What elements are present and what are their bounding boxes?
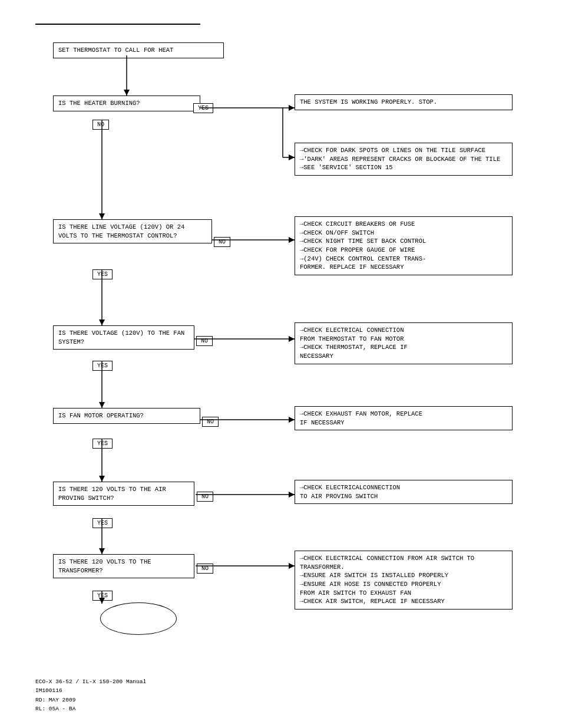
no6-label: NO (197, 564, 213, 574)
r6-box: →CHECK ELECTRICAL CONNECTION FROM AIR SW… (295, 551, 513, 610)
q1-box: IS THE HEATER BURNING? (53, 95, 200, 111)
footer-line4: RL: 05A - BA (35, 704, 146, 713)
footer-line1: ECO-X 36-52 / IL-X 150-200 Manual (35, 677, 146, 686)
yes4-label: YES (92, 439, 113, 449)
no2-label: NO (214, 237, 230, 247)
svg-marker-21 (99, 476, 105, 482)
terminal-oval (100, 602, 177, 635)
svg-marker-13 (99, 319, 105, 325)
svg-marker-25 (99, 548, 105, 554)
svg-marker-15 (289, 336, 295, 342)
no3-label: NO (196, 336, 213, 346)
top-line (35, 24, 200, 25)
page: SET THERMOSTAT TO CALL FOR HEAT IS THE H… (0, 0, 562, 728)
svg-marker-17 (99, 402, 105, 408)
start-box: SET THERMOSTAT TO CALL FOR HEAT (53, 42, 224, 58)
no4-label: NO (202, 417, 219, 427)
q4-box: IS FAN MOTOR OPERATING? (53, 408, 200, 424)
yes6-label: YES (92, 591, 113, 601)
svg-marker-27 (289, 563, 295, 569)
yes1-label: YES (193, 103, 213, 113)
footer: ECO-X 36-52 / IL-X 150-200 Manual IM1001… (35, 677, 146, 713)
svg-marker-19 (289, 417, 295, 423)
footer-line2: IM100116 (35, 686, 146, 695)
q6-box: IS THERE 120 VOLTS TO THE TRANSFORMER? (53, 554, 194, 578)
svg-marker-23 (289, 492, 295, 498)
no5-label: NO (197, 492, 213, 502)
no1-label: NO (92, 120, 109, 130)
r1b-box: →CHECK FOR DARK SPOTS OR LINES ON THE TI… (295, 143, 513, 176)
svg-marker-6 (289, 154, 295, 160)
r1a-box: THE SYSTEM IS WORKING PROPERLY. STOP. (295, 94, 513, 110)
q2-box: IS THERE LINE VOLTAGE (120V) OR 24 VOLTS… (53, 219, 212, 243)
svg-marker-11 (289, 237, 295, 243)
flowchart: SET THERMOSTAT TO CALL FOR HEAT IS THE H… (35, 42, 530, 679)
r4-box: →CHECK EXHAUST FAN MOTOR, REPLACE IF NEC… (295, 406, 513, 430)
footer-line3: RD: MAY 2009 (35, 696, 146, 704)
r2-box: →CHECK CIRCUIT BREAKERS OR FUSE →CHECK O… (295, 216, 513, 275)
q5-box: IS THERE 120 VOLTS TO THE AIR PROVING SW… (53, 482, 194, 506)
r3-box: →CHECK ELECTRICAL CONNECTION FROM THERMO… (295, 322, 513, 364)
svg-marker-9 (99, 213, 105, 219)
q3-box: IS THERE VOLTAGE (120V) TO THE FAN SYSTE… (53, 325, 194, 350)
svg-marker-1 (124, 90, 130, 95)
yes2-label: YES (92, 269, 113, 279)
yes5-label: YES (92, 518, 113, 528)
r5-box: →CHECK ELECTRICALCONNECTION TO AIR PROVI… (295, 480, 513, 504)
yes3-label: YES (92, 361, 113, 371)
svg-marker-3 (289, 105, 295, 111)
